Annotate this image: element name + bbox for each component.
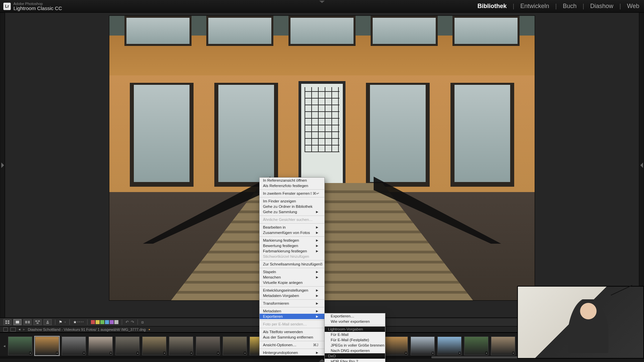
header-collapse-arrow-icon[interactable] [319,1,325,3]
thumbnail[interactable]: ▪ [223,337,247,355]
context-menu[interactable]: In Referenzansicht öffnenAls Referenzfot… [259,177,325,356]
thumbnail[interactable]: ▪ [196,337,220,355]
menu-item[interactable]: Gehe zu Sammlung▶ [260,209,324,215]
star-2[interactable]: • [77,320,78,324]
menu-item[interactable]: Zusammenfügen von Fotos▶ [260,230,324,235]
menu-item: Foto per E-Mail senden… [260,321,324,327]
survey-view-button[interactable] [34,319,42,325]
thumbnail[interactable]: ▪ [89,337,113,355]
image-viewport: In Referenzansicht öffnenAls Referenzfot… [0,13,644,318]
thumbnail[interactable]: ▪ [169,337,193,355]
thumbnail[interactable]: ▪ [115,337,140,355]
menu-item[interactable]: Metadaten▶ [260,308,324,314]
breadcrumb-path[interactable]: Diashow Schottland - Videokurs 91 Fotos/… [28,327,146,331]
svg-rect-6 [28,321,30,323]
color-label-2[interactable] [100,320,104,324]
filmstrip-prev-icon[interactable]: ◂ [3,336,5,356]
menu-item[interactable]: Metadaten-Vorgaben▶ [260,293,324,298]
color-label-4[interactable] [110,320,114,324]
submenu-item[interactable]: Wie vorher exportieren [325,319,385,324]
svg-rect-9 [37,322,39,324]
menu-item[interactable]: Stapeln▶ [260,269,324,275]
svg-rect-7 [35,320,37,322]
rating-stars[interactable]: ★•••• [73,320,84,324]
brand-main: Lightroom Classic CC [13,6,62,11]
secondary-window-grid-button[interactable] [10,327,16,331]
submenu-item[interactable]: JPEGs in voller Größe brennen [325,343,385,348]
svg-rect-11 [46,322,49,324]
color-label-5[interactable] [114,320,118,324]
star-1[interactable]: ★ [73,320,77,324]
submenu-section-header: DxO [325,353,385,359]
compare-view-button[interactable] [23,319,32,325]
submenu-item[interactable]: Für E-Mail [325,332,385,337]
export-submenu[interactable]: Exportieren…Wie vorher exportierenLightr… [324,313,385,362]
color-label-row [91,320,118,324]
left-panel-toggle[interactable] [0,13,5,317]
submenu-item[interactable]: Nach DNG exportieren [325,348,385,353]
module-tab-diashow[interactable]: Diashow [590,3,613,10]
color-label-0[interactable] [91,320,95,324]
menu-item[interactable]: In zweitem Fenster sperren⇧⌘↵ [260,191,324,196]
menu-item[interactable]: Gehe zu Ordner in Bibliothek [260,204,324,209]
svg-rect-3 [8,322,9,324]
menu-item[interactable]: Als Titelfoto verwenden [260,329,324,335]
module-switcher: Bibliothek|Entwickeln|Buch|Diashow|Web [477,0,639,12]
module-tab-web[interactable]: Web [627,3,639,10]
thumbnail[interactable]: ▪ [491,337,515,355]
thumbnail[interactable]: ▪ [8,337,32,355]
module-tab-bibliothek[interactable]: Bibliothek [477,3,506,10]
module-tab-entwickeln[interactable]: Entwickeln [520,3,549,10]
thumbnail[interactable]: ▪ [35,337,59,355]
menu-item[interactable]: Menschen▶ [260,275,324,280]
thumbnail[interactable]: ▪ [437,337,462,355]
bottom-panel-toggle[interactable] [0,359,644,362]
submenu-item[interactable]: HDR Efex Pro 2 [325,359,385,362]
module-tab-buch[interactable]: Buch [563,3,577,10]
menu-item[interactable]: Als Referenzfoto festlegen [260,183,324,188]
thumbnail[interactable]: ▪ [384,337,408,355]
star-4[interactable]: • [80,320,82,324]
svg-rect-1 [8,320,9,322]
rotate-ccw-icon[interactable]: ↶ [125,320,129,324]
menu-item[interactable]: In Referenzansicht öffnen [260,178,324,183]
people-view-button[interactable] [44,319,52,325]
menu-item[interactable]: Zur Schnellsammlung hinzufügenB [260,261,324,267]
crumb-back-icon[interactable]: ◂ [18,327,20,331]
menu-item[interactable]: Markierung festlegen▶ [260,238,324,243]
menu-item[interactable]: Entwicklungseinstellungen▶ [260,288,324,293]
svg-rect-5 [25,321,27,323]
menu-item[interactable]: Bewertung festlegen▶ [260,243,324,248]
thumbnail[interactable]: ▪ [411,337,435,355]
loupe-view-button[interactable] [13,319,21,325]
star-3[interactable]: • [79,320,80,324]
color-label-3[interactable] [105,320,109,324]
thumbnail[interactable]: ▪ [464,337,488,355]
submenu-item[interactable]: Für E-Mail (Festplatte) [325,337,385,343]
menu-item[interactable]: Ansicht-Optionen…⌘J [260,342,324,348]
menu-item[interactable]: Virtuelle Kopie anlegen [260,280,324,285]
thumbnail[interactable]: ▪ [142,337,166,355]
menu-item: Stichwortkürzel hinzufügen [260,254,324,259]
menu-item[interactable]: Exportieren▶ [260,314,324,319]
menu-item[interactable]: Farbmarkierung festlegen▶ [260,248,324,254]
rotate-cw-icon[interactable]: ↷ [131,320,134,324]
thumbnail[interactable]: ▪ [62,337,86,355]
star-5[interactable]: • [83,320,84,324]
submenu-item[interactable]: Exportieren… [325,313,385,319]
menu-item[interactable]: Hintergrundoptionen▶ [260,350,324,355]
menu-item[interactable]: Aus der Sammlung entfernen [260,335,324,340]
flag-pick-icon[interactable]: ⚑ [59,320,62,324]
crop-frame-icon[interactable]: ⧈ [141,320,144,324]
svg-rect-0 [5,320,7,322]
menu-item[interactable]: Bearbeiten in▶ [260,225,324,230]
secondary-window-button[interactable] [3,327,8,331]
menu-item[interactable]: Im Finder anzeigen [260,198,324,204]
grid-view-button[interactable] [3,319,11,325]
brand-small: Adobe Photoshop [13,2,43,6]
svg-rect-8 [38,320,40,322]
color-label-1[interactable] [96,320,100,324]
right-panel-toggle[interactable] [639,13,644,317]
crumb-fwd-icon[interactable]: ▸ [23,327,25,331]
menu-item[interactable]: Transformieren▶ [260,301,324,306]
